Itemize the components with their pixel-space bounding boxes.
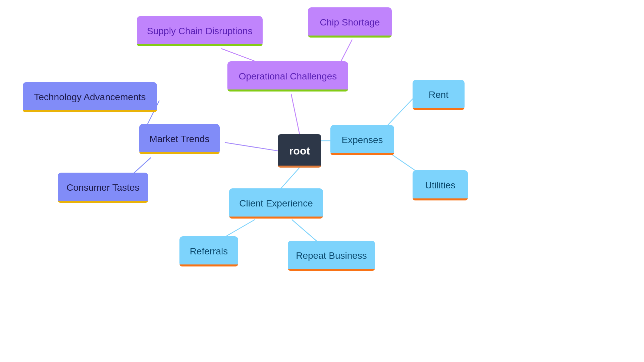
- expenses-node[interactable]: Expenses: [330, 125, 394, 155]
- chip-shortage-node[interactable]: Chip Shortage: [308, 7, 392, 38]
- supply-chain-node[interactable]: Supply Chain Disruptions: [137, 16, 263, 46]
- svg-line-11: [292, 220, 317, 241]
- referrals-node[interactable]: Referrals: [179, 236, 238, 266]
- svg-line-1: [291, 94, 300, 134]
- supply-chain-label: Supply Chain Disruptions: [144, 25, 256, 37]
- referrals-label: Referrals: [186, 246, 231, 257]
- svg-line-10: [223, 220, 255, 238]
- chip-shortage-label: Chip Shortage: [316, 17, 383, 28]
- client-exp-label: Client Experience: [236, 198, 316, 209]
- repeat-business-node[interactable]: Repeat Business: [288, 241, 375, 271]
- utilities-node[interactable]: Utilities: [413, 170, 468, 200]
- market-trends-label: Market Trends: [146, 133, 213, 145]
- svg-line-0: [225, 142, 278, 151]
- consumer-tastes-node[interactable]: Consumer Tastes: [58, 173, 148, 203]
- rent-node[interactable]: Rent: [413, 80, 465, 110]
- expenses-label: Expenses: [338, 134, 386, 146]
- rent-label: Rent: [425, 89, 452, 101]
- svg-line-5: [132, 158, 151, 174]
- technology-advancements-node[interactable]: Technology Advancements: [23, 82, 157, 112]
- technology-label: Technology Advancements: [31, 92, 149, 103]
- market-trends-node[interactable]: Market Trends: [139, 124, 220, 154]
- operational-label: Operational Challenges: [235, 71, 340, 82]
- svg-line-3: [280, 168, 300, 189]
- repeat-biz-label: Repeat Business: [292, 250, 370, 261]
- client-experience-node[interactable]: Client Experience: [229, 188, 323, 219]
- consumer-tastes-label: Consumer Tastes: [63, 182, 143, 193]
- root-node[interactable]: root: [278, 134, 321, 168]
- operational-challenges-node[interactable]: Operational Challenges: [227, 61, 348, 92]
- utilities-label: Utilities: [422, 180, 459, 191]
- root-label: root: [286, 144, 313, 157]
